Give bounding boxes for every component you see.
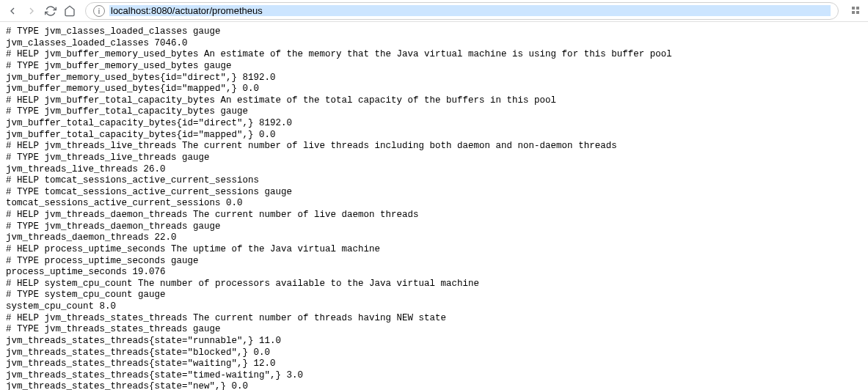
url-text: localhost:8080/actuator/prometheus: [109, 5, 831, 16]
home-button[interactable]: [63, 4, 76, 18]
reload-button[interactable]: [44, 4, 57, 18]
browser-toolbar: i localhost:8080/actuator/prometheus: [0, 0, 868, 22]
address-bar[interactable]: i localhost:8080/actuator/prometheus: [85, 2, 839, 20]
site-info-icon[interactable]: i: [93, 5, 105, 17]
forward-button[interactable]: [25, 4, 38, 18]
metrics-content: # TYPE jvm_classes_loaded_classes gauge …: [0, 22, 868, 390]
qr-grid-icon[interactable]: [850, 5, 862, 17]
back-button[interactable]: [6, 4, 19, 18]
